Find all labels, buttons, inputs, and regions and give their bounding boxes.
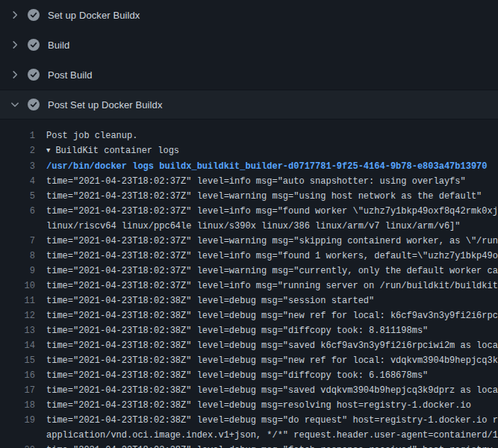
log-line: 9time="2021-04-23T18:02:37Z" level=warni…: [0, 264, 498, 279]
step-build[interactable]: Build: [0, 30, 498, 60]
log-text: time="2021-04-23T18:02:38Z" level=debug …: [46, 383, 498, 398]
log-line: 3/usr/bin/docker logs buildx_buildkit_bu…: [0, 159, 498, 174]
log-line: 12time="2021-04-23T18:02:38Z" level=debu…: [0, 308, 498, 323]
step-label: Set up Docker Buildx: [48, 10, 140, 21]
chevron-right-icon: [9, 39, 21, 51]
log-text: time="2021-04-23T18:02:37Z" level=info m…: [46, 204, 498, 234]
line-number[interactable]: 12: [0, 308, 35, 323]
log-text: time="2021-04-23T18:02:38Z" level=debug …: [46, 293, 498, 308]
log-text: time="2021-04-23T18:02:37Z" level=warnin…: [46, 234, 498, 249]
line-number[interactable]: 10: [0, 279, 35, 293]
line-number[interactable]: 1: [0, 128, 35, 143]
log-line: 10time="2021-04-23T18:02:37Z" level=info…: [0, 279, 498, 293]
line-number[interactable]: 7: [0, 234, 35, 249]
log-text: time="2021-04-23T18:02:37Z" level=info m…: [46, 249, 498, 264]
log-group-toggle-icon[interactable]: ▼: [46, 143, 50, 158]
step-post-set-up-docker-buildx[interactable]: Post Set up Docker Buildx: [0, 90, 498, 119]
log-text: time="2021-04-23T18:02:37Z" level=warnin…: [46, 189, 498, 204]
line-number[interactable]: 14: [0, 338, 35, 353]
log-line: 2▼BuildKit container logs: [0, 143, 498, 159]
step-label: Post Set up Docker Buildx: [48, 99, 163, 111]
log-line: 19time="2021-04-23T18:02:38Z" level=debu…: [0, 413, 498, 443]
log-lines: 1Post job cleanup.2▼BuildKit container l…: [0, 119, 498, 448]
line-number[interactable]: 13: [0, 323, 35, 338]
log-line: 14time="2021-04-23T18:02:38Z" level=debu…: [0, 338, 498, 353]
log-line: 4time="2021-04-23T18:02:37Z" level=info …: [0, 174, 498, 189]
log-command-text: /usr/bin/docker logs buildx_buildkit_bui…: [46, 159, 498, 174]
log-line: 11time="2021-04-23T18:02:38Z" level=debu…: [0, 293, 498, 308]
line-number[interactable]: 18: [0, 398, 35, 413]
line-number[interactable]: 2: [0, 143, 35, 159]
line-number[interactable]: 17: [0, 383, 35, 398]
check-circle-icon: [28, 69, 40, 81]
log-text[interactable]: ▼BuildKit container logs: [46, 143, 498, 159]
log-line: 13time="2021-04-23T18:02:38Z" level=debu…: [0, 323, 498, 338]
log-text: time="2021-04-23T18:02:38Z" level=debug …: [46, 323, 498, 338]
check-circle-icon: [28, 99, 40, 111]
log-text: time="2021-04-23T18:02:37Z" level=info m…: [46, 174, 498, 189]
log-text: time="2021-04-23T18:02:38Z" level=debug …: [46, 353, 498, 368]
log-line: 6time="2021-04-23T18:02:37Z" level=info …: [0, 204, 498, 234]
log-line: 1Post job cleanup.: [0, 128, 498, 143]
line-number[interactable]: 3: [0, 159, 35, 174]
line-number[interactable]: 15: [0, 353, 35, 368]
line-number[interactable]: 16: [0, 368, 35, 383]
line-number[interactable]: 20: [0, 443, 35, 448]
line-number[interactable]: 9: [0, 264, 35, 279]
line-number[interactable]: 6: [0, 204, 35, 234]
workflow-log-viewer: Set up Docker Buildx Build Post Build Po…: [0, 0, 498, 448]
log-line: 15time="2021-04-23T18:02:38Z" level=debu…: [0, 353, 498, 368]
log-line: 7time="2021-04-23T18:02:37Z" level=warni…: [0, 234, 498, 249]
line-number[interactable]: 5: [0, 189, 35, 204]
log-text: time="2021-04-23T18:02:38Z" level=debug …: [46, 338, 498, 353]
chevron-down-icon: [9, 99, 21, 111]
log-text: Post job cleanup.: [46, 128, 498, 143]
line-number[interactable]: 8: [0, 249, 35, 264]
line-number[interactable]: 4: [0, 174, 35, 189]
step-label: Build: [48, 40, 69, 51]
log-line: 20time="2021-04-23T18:02:38Z" level=debu…: [0, 443, 498, 448]
chevron-right-icon: [9, 9, 21, 21]
step-set-up-docker-buildx[interactable]: Set up Docker Buildx: [0, 0, 498, 30]
log-line: 18time="2021-04-23T18:02:38Z" level=debu…: [0, 398, 498, 413]
line-number[interactable]: 11: [0, 293, 35, 308]
check-circle-icon: [28, 39, 40, 51]
log-line: 5time="2021-04-23T18:02:37Z" level=warni…: [0, 189, 498, 204]
log-line: 8time="2021-04-23T18:02:37Z" level=info …: [0, 249, 498, 264]
step-label: Post Build: [48, 69, 93, 81]
step-post-build[interactable]: Post Build: [0, 60, 498, 90]
log-text: time="2021-04-23T18:02:38Z" level=debug …: [46, 308, 498, 323]
log-text: time="2021-04-23T18:02:37Z" level=info m…: [46, 279, 498, 293]
log-line: 16time="2021-04-23T18:02:38Z" level=debu…: [0, 368, 498, 383]
chevron-right-icon: [9, 69, 21, 81]
log-text: time="2021-04-23T18:02:38Z" level=debug …: [46, 398, 498, 413]
line-number[interactable]: 19: [0, 413, 35, 443]
check-circle-icon: [28, 9, 40, 21]
log-text: time="2021-04-23T18:02:38Z" level=debug …: [46, 368, 498, 383]
log-line: 17time="2021-04-23T18:02:38Z" level=debu…: [0, 383, 498, 398]
log-text: time="2021-04-23T18:02:37Z" level=warnin…: [46, 264, 498, 279]
log-text: time="2021-04-23T18:02:38Z" level=debug …: [46, 413, 498, 443]
log-text: time="2021-04-23T18:02:38Z" level=debug …: [46, 443, 498, 448]
